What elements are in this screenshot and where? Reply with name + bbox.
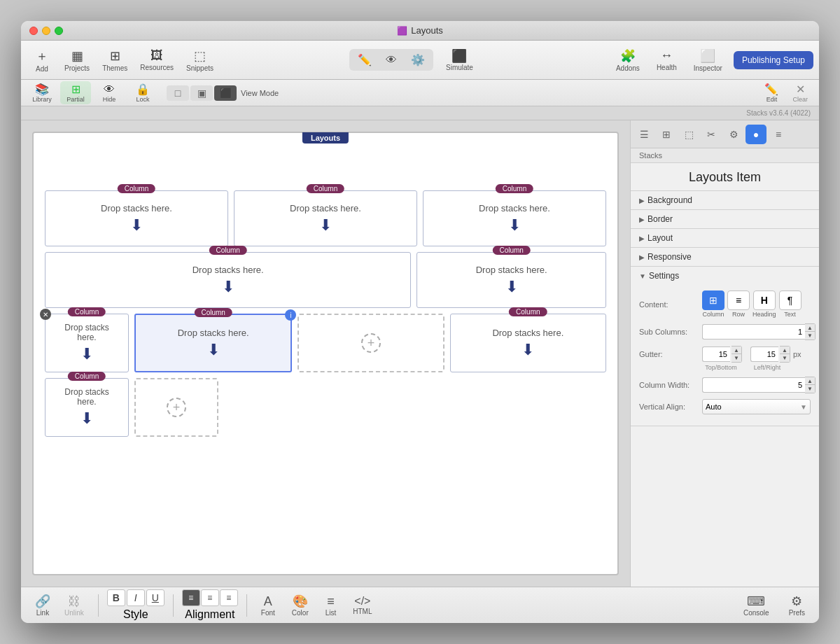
hide-button[interactable]: 👁 Hide (94, 82, 125, 104)
col-box[interactable]: Column Drop stacks here. ⬇ (45, 190, 228, 246)
projects-button[interactable]: ▦ Projects (59, 46, 95, 75)
column-width-increment[interactable]: ▲ (805, 377, 815, 385)
col-box[interactable]: Column Drop stacks here. ⬇ (45, 252, 411, 308)
right-panel: ☰ ⊞ ⬚ ✂ ⚙ ● ≡ Stacks Layouts Item ▶ Back… (630, 120, 819, 587)
panel-tab-4[interactable]: ✂ (701, 125, 722, 144)
html-button[interactable]: </> HTML (347, 593, 377, 617)
section-settings-header[interactable]: ▼ Settings (631, 267, 819, 285)
subcolumns-decrement[interactable]: ▼ (805, 332, 815, 340)
addons-button[interactable]: 🧩 Addons (610, 46, 645, 75)
addons-icon: 🧩 (620, 48, 636, 64)
canvas-inner: Layouts Column Drop stacks here. ⬇ Colum… (32, 132, 619, 575)
add-column-button[interactable]: + (361, 333, 381, 353)
section-settings: ▼ Settings Content: ⊞ Column ≡ (631, 267, 819, 426)
bottom-toolbar: 🔗 Link ⛓ Unlink B I U Style (21, 587, 819, 623)
col-box-selected[interactable]: i Column Drop stacks here. ⬇ (134, 314, 292, 372)
prefs-button[interactable]: ⚙ Prefs (783, 592, 811, 619)
view-mode-3[interactable]: ⬛ (214, 85, 237, 101)
link-icon: 🔗 (35, 594, 50, 609)
preview-mode-icon[interactable]: 👁 (379, 51, 404, 69)
inspector-button[interactable]: ⬜ Inspector (688, 46, 728, 75)
drop-arrow-icon: ⬇ (505, 278, 518, 296)
col-box[interactable]: ✕ Column Drop stackshere. ⬇ (45, 314, 129, 372)
partial-button[interactable]: ⊞ Partial (60, 81, 91, 104)
projects-icon: ▦ (71, 48, 83, 64)
health-button[interactable]: ↔ Health (651, 46, 682, 74)
close-button[interactable] (29, 27, 38, 35)
panel-tab-1[interactable]: ☰ (634, 125, 654, 144)
settings-mode-icon[interactable]: ⚙️ (404, 50, 432, 69)
content-column-button[interactable]: ⊞ (702, 290, 724, 310)
vertical-align-row: Vertical Align: Auto ▼ (639, 399, 811, 414)
vertical-align-dropdown[interactable]: Auto ▼ (702, 399, 811, 414)
panel-tab-7[interactable]: ≡ (768, 125, 789, 144)
subcolumns-input[interactable] (702, 324, 805, 340)
color-button[interactable]: 🎨 Color (286, 592, 314, 619)
link-button[interactable]: 🔗 Link (29, 592, 56, 619)
snippets-icon: ⬚ (194, 48, 206, 64)
font-button[interactable]: A Font (255, 592, 281, 619)
gutter-left-input[interactable] (750, 346, 778, 362)
section-responsive: ▶ Responsive (631, 248, 819, 267)
resources-button[interactable]: 🖼 Resources (134, 46, 179, 74)
col-box[interactable]: Column Drop stacks here. ⬇ (423, 190, 606, 246)
section-background-header[interactable]: ▶ Background (631, 191, 819, 209)
italic-button[interactable]: I (127, 589, 145, 606)
subcolumns-increment[interactable]: ▲ (805, 324, 815, 332)
col-box[interactable]: Column Drop stacks here. ⬇ (234, 190, 417, 246)
view-mode-2[interactable]: ▣ (190, 85, 213, 101)
unlink-button[interactable]: ⛓ Unlink (59, 592, 90, 619)
col-box[interactable]: Column Drop stacks here. ⬇ (450, 314, 606, 372)
list-button[interactable]: ≡ List (320, 592, 342, 619)
info-badge[interactable]: i (285, 309, 296, 321)
column-width-decrement[interactable]: ▼ (805, 385, 815, 393)
triangle-expand-icon: ▼ (639, 272, 646, 280)
gutter-left-decrement[interactable]: ▼ (780, 354, 790, 362)
section-border: ▶ Border (631, 210, 819, 229)
section-layout-header[interactable]: ▶ Layout (631, 229, 819, 247)
close-badge[interactable]: ✕ (40, 309, 51, 320)
edit-mode-icon[interactable]: ✏️ (351, 50, 379, 69)
maximize-button[interactable] (55, 27, 63, 35)
add-column-button-2[interactable]: + (167, 398, 186, 417)
gutter-top-decrement[interactable]: ▼ (732, 354, 741, 362)
minimize-button[interactable] (42, 27, 50, 35)
section-responsive-header[interactable]: ▶ Responsive (631, 248, 819, 266)
add-button[interactable]: ＋ Add (27, 45, 57, 76)
col-box[interactable]: Column Drop stacks here. ⬇ (416, 252, 606, 308)
bold-button[interactable]: B (107, 589, 125, 606)
underline-button[interactable]: U (146, 589, 164, 606)
content-row-button[interactable]: ≡ (727, 290, 750, 310)
panel-tab-5[interactable]: ⚙ (723, 125, 744, 144)
gutter-top-increment[interactable]: ▲ (732, 346, 741, 354)
traffic-lights[interactable] (29, 27, 63, 35)
view-mode-group: □ ▣ ⬛ View Mode (167, 85, 279, 101)
column-label: Column (509, 307, 547, 316)
content-text-button[interactable]: ¶ (779, 290, 802, 310)
section-border-header[interactable]: ▶ Border (631, 210, 819, 228)
col-box[interactable]: Column Drop stackshere. ⬇ (45, 378, 129, 437)
console-button[interactable]: ⌨ Console (738, 592, 775, 619)
edit-button[interactable]: ✏️ Edit (759, 81, 784, 104)
align-right-button[interactable]: ≡ (220, 589, 238, 606)
column-label-maroon: Column (68, 372, 106, 381)
gutter-left-increment[interactable]: ▲ (780, 346, 790, 354)
view-mode-1[interactable]: □ (167, 85, 189, 101)
clear-button[interactable]: ✕ Clear (787, 81, 813, 104)
simulate-button[interactable]: ⬛ Simulate (439, 46, 480, 74)
panel-tab-6[interactable]: ● (746, 125, 766, 144)
align-center-button[interactable]: ≡ (201, 589, 219, 606)
align-left-button[interactable]: ≡ (182, 589, 200, 606)
snippets-button[interactable]: ⬚ Snippets (181, 46, 219, 75)
library-button[interactable]: 📚 Library (27, 81, 57, 104)
publishing-setup-button[interactable]: Publishing Setup (734, 51, 813, 69)
mode-group: ✏️ 👁 ⚙️ (349, 49, 433, 71)
content-heading-button[interactable]: H (753, 290, 776, 310)
themes-button[interactable]: ⊞ Themes (97, 46, 133, 75)
toolbar-left: ＋ Add ▦ Projects ⊞ Themes 🖼 Resources ⬚ … (27, 45, 219, 76)
panel-tab-2[interactable]: ⊞ (656, 125, 677, 144)
panel-tab-3[interactable]: ⬚ (678, 125, 699, 144)
lock-button[interactable]: 🔒 Lock (127, 81, 158, 104)
column-width-input[interactable] (702, 377, 805, 393)
gutter-top-input[interactable] (702, 346, 730, 362)
